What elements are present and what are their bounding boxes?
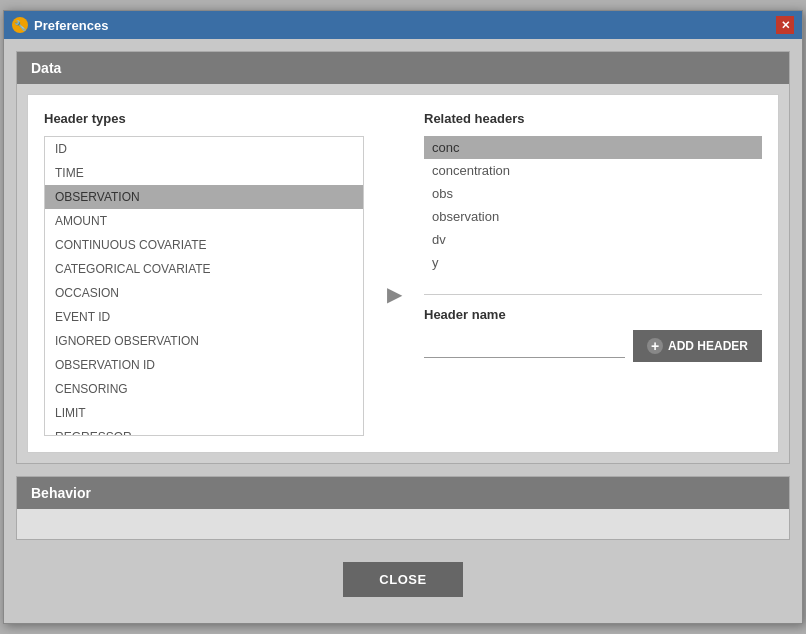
behavior-section-content bbox=[17, 509, 789, 539]
related-item-concentration[interactable]: concentration bbox=[424, 159, 762, 182]
related-item-y[interactable]: y bbox=[424, 251, 762, 274]
related-headers-list: conc concentration obs observation dv y bbox=[424, 136, 762, 274]
title-bar: 🔧 Preferences ✕ bbox=[4, 11, 802, 39]
arrow-column: ▶ bbox=[364, 111, 424, 436]
list-item-censoring[interactable]: CENSORING bbox=[45, 377, 363, 401]
right-column: Related headers conc concentration obs o… bbox=[424, 111, 762, 436]
left-column: Header types ID TIME OBSERVATION AMOUNT … bbox=[44, 111, 364, 436]
close-dialog-button[interactable]: CLOSE bbox=[343, 562, 462, 597]
list-item-event-id[interactable]: EVENT ID bbox=[45, 305, 363, 329]
add-header-button[interactable]: + ADD HEADER bbox=[633, 330, 762, 362]
header-types-title: Header types bbox=[44, 111, 364, 126]
list-item-amount[interactable]: AMOUNT bbox=[45, 209, 363, 233]
header-name-row: + ADD HEADER bbox=[424, 330, 762, 362]
list-item-occasion[interactable]: OCCASION bbox=[45, 281, 363, 305]
list-item-observation[interactable]: OBSERVATION bbox=[45, 185, 363, 209]
list-item-observation-id[interactable]: OBSERVATION ID bbox=[45, 353, 363, 377]
related-item-observation[interactable]: observation bbox=[424, 205, 762, 228]
header-types-list[interactable]: ID TIME OBSERVATION AMOUNT CONTINUOUS CO… bbox=[44, 136, 364, 436]
app-icon: 🔧 bbox=[12, 17, 28, 33]
list-item-ignored-observation[interactable]: IGNORED OBSERVATION bbox=[45, 329, 363, 353]
separator bbox=[424, 294, 762, 295]
related-headers-title: Related headers bbox=[424, 111, 762, 126]
dialog-body: Data Header types ID TIME OBSERVATION AM… bbox=[4, 39, 802, 623]
add-header-label: ADD HEADER bbox=[668, 339, 748, 353]
list-item-time[interactable]: TIME bbox=[45, 161, 363, 185]
data-section-header: Data bbox=[17, 52, 789, 84]
list-item-continuous-covariate[interactable]: CONTINUOUS COVARIATE bbox=[45, 233, 363, 257]
header-name-section: Header name + ADD HEADER bbox=[424, 307, 762, 362]
related-item-dv[interactable]: dv bbox=[424, 228, 762, 251]
footer: CLOSE bbox=[16, 552, 790, 611]
add-icon: + bbox=[647, 338, 663, 354]
related-item-conc[interactable]: conc bbox=[424, 136, 762, 159]
header-name-label: Header name bbox=[424, 307, 762, 322]
list-item-regressor[interactable]: REGRESSOR bbox=[45, 425, 363, 436]
dialog-title: Preferences bbox=[34, 18, 108, 33]
behavior-section: Behavior bbox=[16, 476, 790, 540]
related-item-obs[interactable]: obs bbox=[424, 182, 762, 205]
list-item-id[interactable]: ID bbox=[45, 137, 363, 161]
data-section: Data Header types ID TIME OBSERVATION AM… bbox=[16, 51, 790, 464]
arrow-button[interactable]: ▶ bbox=[378, 278, 410, 310]
behavior-section-header: Behavior bbox=[17, 477, 789, 509]
data-section-content: Header types ID TIME OBSERVATION AMOUNT … bbox=[27, 94, 779, 453]
window-close-button[interactable]: ✕ bbox=[776, 16, 794, 34]
columns-container: Header types ID TIME OBSERVATION AMOUNT … bbox=[44, 111, 762, 436]
header-name-input[interactable] bbox=[424, 334, 625, 358]
list-item-categorical-covariate[interactable]: CATEGORICAL COVARIATE bbox=[45, 257, 363, 281]
preferences-dialog: 🔧 Preferences ✕ Data Header types ID TIM… bbox=[3, 10, 803, 624]
title-bar-left: 🔧 Preferences bbox=[12, 17, 108, 33]
list-item-limit[interactable]: LIMIT bbox=[45, 401, 363, 425]
